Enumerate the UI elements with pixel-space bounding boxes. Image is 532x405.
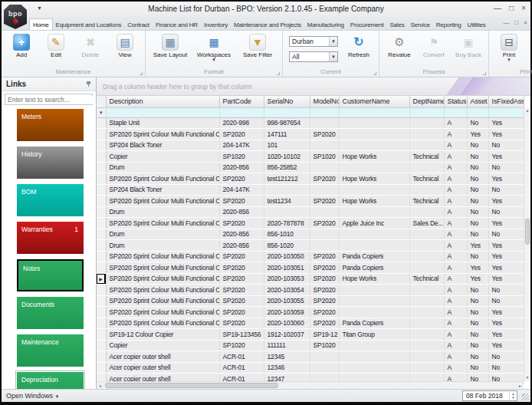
resize-grip[interactable]: [522, 393, 529, 400]
export-button[interactable]: XExport: [527, 32, 532, 58]
dialog-launcher-icon[interactable]: [373, 72, 376, 75]
maximize-button[interactable]: □: [509, 4, 514, 13]
filter-cell-status[interactable]: [444, 107, 467, 117]
tile-documents[interactable]: Documents: [17, 297, 84, 329]
save-layout-button[interactable]: ▦Save Layout: [149, 32, 192, 58]
mdi-restore-button[interactable]: □: [514, 19, 518, 26]
table-row[interactable]: SP2020 Sprint Colour Multi Functional Co…: [97, 285, 524, 296]
view-button[interactable]: ▤View: [108, 32, 142, 58]
table-row[interactable]: SP2020 Sprint Colour Multi Functional Co…: [97, 307, 524, 318]
vertical-scrollbar[interactable]: ▲ ▼: [524, 107, 530, 381]
tab-inventory[interactable]: Inventory: [201, 19, 231, 30]
tab-sales[interactable]: Sales: [386, 19, 407, 30]
chevron-down-icon[interactable]: ▼: [329, 37, 337, 46]
tab-service[interactable]: Service: [407, 19, 432, 30]
refresh-button[interactable]: ↻Refresh: [342, 32, 376, 58]
filter-cell-isfixedasset[interactable]: [488, 107, 524, 117]
table-row[interactable]: Acer copier outer shellACR-0112345ANoNo: [97, 351, 524, 363]
dialog-launcher-icon[interactable]: [277, 72, 280, 75]
tile-maintenance[interactable]: Maintenance: [17, 334, 84, 367]
date-field[interactable]: 08 Feb 2018 ▲▼: [462, 390, 517, 401]
tile-meters[interactable]: Meters: [17, 109, 84, 141]
tab-contract[interactable]: Contract: [124, 19, 153, 30]
save-filter-button[interactable]: ▼Save Filter: [236, 32, 279, 58]
minimize-button[interactable]: —: [494, 4, 501, 13]
tab-home[interactable]: Home: [29, 18, 53, 30]
column-header-modelno[interactable]: ModelNo: [310, 96, 339, 107]
tab-equipment-and-locations[interactable]: Equipment and Locations: [53, 19, 125, 30]
tile-depreciation[interactable]: Depreciation: [17, 372, 84, 389]
combo-all[interactable]: All▼: [289, 51, 338, 62]
close-button[interactable]: ×: [521, 4, 526, 13]
tab-utilities[interactable]: Utilities: [465, 19, 489, 30]
open-windows-button[interactable]: Open Windows ▼: [2, 392, 60, 400]
group-by-band[interactable]: Drag a column header here to group by th…: [97, 77, 530, 96]
scroll-left-icon[interactable]: ◄: [97, 384, 103, 388]
column-header-partcode[interactable]: PartCode: [219, 96, 264, 107]
column-header-description[interactable]: Description: [106, 96, 219, 107]
table-row[interactable]: SP204 Black Toner204-147K101ANoNo: [97, 140, 524, 151]
tab-maintenance-and-projects[interactable]: Maintenance and Projects: [231, 19, 304, 30]
table-row[interactable]: Drum2020-856856-1020AYesYes: [97, 240, 524, 252]
table-row[interactable]: Acer copier outer shellACR-0112346ANoNo: [97, 362, 524, 374]
filter-cell-serialno[interactable]: [264, 107, 310, 117]
table-row[interactable]: Drum2020-856ANoNo: [97, 206, 524, 218]
table-row[interactable]: SP2020 Sprint Colour Multi Functional Co…: [97, 196, 524, 207]
edit-button[interactable]: ✎Edit: [39, 32, 73, 58]
filter-cell-partcode[interactable]: [219, 107, 264, 117]
chevron-down-icon[interactable]: ▼: [329, 52, 337, 61]
print-button[interactable]: ⊟Print▼: [492, 32, 526, 62]
search-input[interactable]: [5, 96, 95, 104]
pin-icon[interactable]: [86, 81, 91, 87]
mdi-close-button[interactable]: ×: [524, 19, 527, 26]
table-row[interactable]: SP204 Black Toner204-147KANoNo: [97, 184, 524, 196]
tab-reporting[interactable]: Reporting: [433, 19, 465, 30]
table-row[interactable]: SP2020 Sprint Colour Multi Functional Co…: [97, 173, 524, 185]
table-row[interactable]: Drum2020-856856-25852ANoNo: [97, 162, 524, 173]
filter-cell-customername[interactable]: [339, 107, 409, 117]
tile-history[interactable]: History: [17, 147, 84, 179]
combo-durban[interactable]: Durban▼: [289, 36, 338, 47]
scroll-right-icon[interactable]: ►: [517, 384, 524, 388]
vertical-scroll-thumb[interactable]: [525, 219, 530, 245]
dialog-launcher-icon[interactable]: [483, 72, 486, 75]
table-row[interactable]: SP19-12 Colour CopierSP19-1234561912-102…: [97, 329, 524, 341]
table-row[interactable]: ▶SP2020 Sprint Colour Multi Functional C…: [97, 273, 524, 285]
column-header-customername[interactable]: CustomerName: [339, 96, 409, 107]
tile-notes[interactable]: Notes: [17, 259, 84, 291]
column-header-deptname[interactable]: DeptName: [409, 96, 444, 107]
tile-warranties[interactable]: Warranties1: [17, 222, 84, 254]
filter-cell-deptname[interactable]: [409, 107, 444, 117]
table-row[interactable]: SP2020 Sprint Colour Multi Functional Co…: [97, 318, 524, 329]
column-header-isfixedasset[interactable]: IsFixedAsset: [488, 96, 524, 107]
mdi-minimize-button[interactable]: —: [503, 19, 509, 26]
table-row[interactable]: SP2020 Sprint Colour Multi Functional Co…: [97, 295, 524, 307]
tab-manufacturing[interactable]: Manufacturing: [304, 19, 347, 30]
filter-cell-description[interactable]: [106, 107, 219, 117]
table-row[interactable]: SP2020 Sprint Colour Multi Functional Co…: [97, 218, 524, 229]
horizontal-scrollbar[interactable]: ◄ ►: [97, 381, 524, 389]
dialog-launcher-icon[interactable]: [140, 72, 143, 75]
table-row[interactable]: Staple Unit2020-998998-987654ANoYes: [97, 117, 524, 129]
column-header-status[interactable]: Status: [444, 96, 467, 107]
tab-finance-and-hr[interactable]: Finance and HR: [153, 19, 201, 30]
scroll-down-icon[interactable]: ▼: [526, 374, 530, 381]
table-row[interactable]: SP2020 Sprint Colour Multi Functional Co…: [97, 129, 524, 140]
table-row[interactable]: SP2020 Sprint Colour Multi Functional Co…: [97, 262, 524, 274]
revalue-button[interactable]: ⚙Revalue: [383, 32, 416, 58]
filter-cell-asset[interactable]: [467, 107, 488, 117]
workspaces-button[interactable]: ▦Workspaces▼: [192, 32, 235, 62]
horizontal-scroll-thumb[interactable]: [105, 383, 278, 388]
table-row[interactable]: CopierSP10201020-10102SP1020Hope WorksTe…: [97, 151, 524, 163]
table-row[interactable]: CopierSP1020111111SP1020ANoYes: [97, 340, 524, 351]
column-header-serialno[interactable]: SerialNo: [264, 96, 310, 107]
add-button[interactable]: +Add: [5, 32, 38, 58]
filter-cell-modelno[interactable]: [310, 107, 339, 117]
scroll-up-icon[interactable]: ▲: [526, 107, 530, 114]
tile-bom[interactable]: BOM: [17, 184, 84, 216]
tab-procurement[interactable]: Procurement: [347, 19, 387, 30]
date-spinner[interactable]: ▲▼: [509, 391, 517, 400]
table-row[interactable]: Drum2020-856856-1010ANoNo: [97, 229, 524, 240]
column-header-asset[interactable]: Asset: [467, 96, 488, 107]
table-row[interactable]: SP2020 Sprint Colour Multi Functional Co…: [97, 251, 524, 262]
